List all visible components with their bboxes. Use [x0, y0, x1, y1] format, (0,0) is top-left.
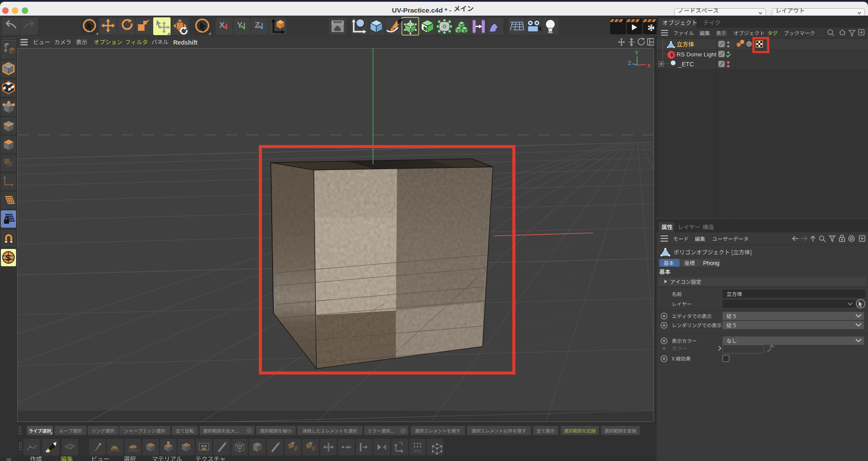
- svg-text:Y: Y: [237, 20, 243, 29]
- svg-text:X: X: [219, 20, 225, 29]
- svg-text:Phong: Phong: [703, 260, 720, 266]
- svg-text:Y: Y: [635, 50, 638, 56]
- svg-text:Z: Z: [255, 20, 260, 29]
- svg-text:RS Dome Light: RS Dome Light: [677, 51, 717, 58]
- svg-text:Z: Z: [628, 60, 631, 66]
- svg-text:_ETC: _ETC: [678, 61, 694, 68]
- svg-text:X: X: [647, 63, 651, 69]
- svg-text:S: S: [6, 253, 11, 262]
